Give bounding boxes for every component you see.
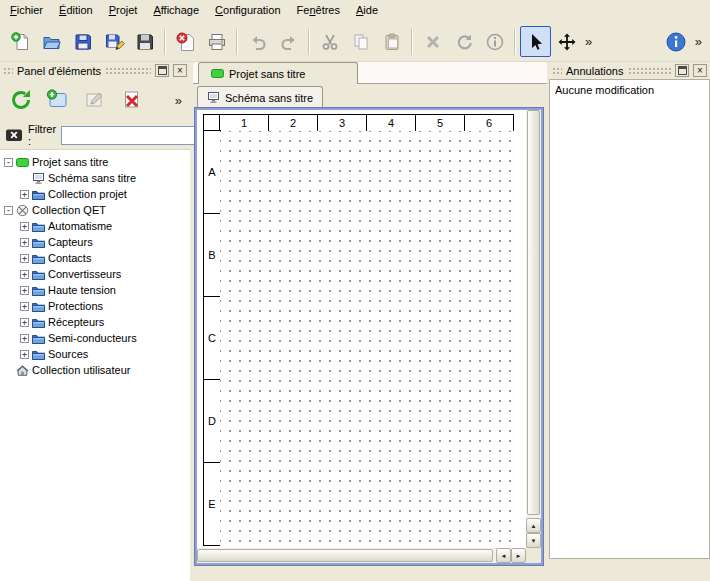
folder-icon xyxy=(32,268,45,281)
cut-button[interactable] xyxy=(314,26,345,57)
dock-drag-handle[interactable] xyxy=(3,67,13,75)
expand-icon[interactable]: + xyxy=(20,238,29,247)
collapse-icon[interactable]: - xyxy=(4,158,13,167)
scroll-right-button[interactable]: ► xyxy=(511,548,526,563)
new-file-button[interactable] xyxy=(5,26,36,57)
column-headers: 123456 xyxy=(220,114,514,132)
scroll-up-button[interactable]: ▲ xyxy=(526,518,541,533)
undo-panel: Annulations × Aucune modification xyxy=(549,62,710,581)
tree-item-label: Automatisme xyxy=(48,220,112,232)
expand-icon[interactable]: + xyxy=(20,270,29,279)
filter-input[interactable] xyxy=(61,126,211,145)
open-file-button[interactable] xyxy=(36,26,67,57)
tree-item[interactable]: +Automatisme xyxy=(0,218,190,234)
expand-icon[interactable]: + xyxy=(20,286,29,295)
expand-icon[interactable]: + xyxy=(20,318,29,327)
clear-filter-icon[interactable] xyxy=(5,126,23,144)
expand-icon[interactable]: + xyxy=(20,190,29,199)
dock-drag-handle[interactable] xyxy=(552,67,562,75)
copy-button[interactable] xyxy=(345,26,376,57)
print-button[interactable] xyxy=(201,26,232,57)
undo-button[interactable] xyxy=(242,26,273,57)
tree-item[interactable]: +Convertisseurs xyxy=(0,266,190,282)
dock-drag-handle[interactable] xyxy=(105,67,151,75)
menu-fenetres[interactable]: Fenêtres xyxy=(289,0,348,22)
scroll-left-button[interactable]: ◄ xyxy=(496,548,511,563)
tree-item[interactable]: Collection utilisateur xyxy=(0,362,190,378)
menu-bar: FichierÉditionProjetAffichageConfigurati… xyxy=(0,0,710,22)
tree-item[interactable]: +Haute tension xyxy=(0,282,190,298)
undo-panel-titlebar[interactable]: Annulations × xyxy=(549,62,710,79)
expand-icon[interactable]: + xyxy=(20,334,29,343)
delete-element-button[interactable] xyxy=(116,85,147,116)
tree-item[interactable]: +Contacts xyxy=(0,250,190,266)
project-tab-label: Projet sans titre xyxy=(229,68,305,80)
row-header: D xyxy=(203,379,221,463)
vertical-scrollbar-thumb[interactable] xyxy=(527,110,540,515)
about-button[interactable] xyxy=(661,26,692,57)
tree-item[interactable]: +Récepteurs xyxy=(0,314,190,330)
information-button[interactable] xyxy=(479,26,510,57)
move-mode-button[interactable] xyxy=(551,26,582,57)
column-header: 1 xyxy=(219,114,269,132)
undo-list[interactable]: Aucune modification xyxy=(549,79,710,559)
horizontal-scrollbar[interactable]: ◄ ► xyxy=(197,548,526,563)
elements-panel-titlebar[interactable]: Panel d'éléments × xyxy=(0,62,190,79)
diagram-canvas[interactable]: 123456 ABCDE xyxy=(197,110,526,548)
dock-close-button[interactable]: × xyxy=(693,64,707,77)
expand-icon[interactable]: + xyxy=(20,350,29,359)
tree-item-label: Projet sans titre xyxy=(32,156,108,168)
toolbar-overflow-button-2[interactable]: » xyxy=(692,34,705,49)
save-all-button[interactable] xyxy=(129,26,160,57)
close-file-button[interactable] xyxy=(170,26,201,57)
collapse-icon[interactable]: - xyxy=(4,206,13,215)
row-headers: ABCDE xyxy=(203,131,221,546)
tree-item[interactable]: +Capteurs xyxy=(0,234,190,250)
save-button[interactable] xyxy=(67,26,98,57)
menu-fichier[interactable]: Fichier xyxy=(2,0,51,22)
tree-item-label: Collection QET xyxy=(32,204,106,216)
dock-drag-handle[interactable] xyxy=(628,67,672,75)
tree-item[interactable]: +Protections xyxy=(0,298,190,314)
reload-collections-button[interactable] xyxy=(5,85,36,116)
menu-affichage[interactable]: Affichage xyxy=(145,0,207,22)
column-header: 2 xyxy=(268,114,318,132)
tree-item[interactable]: +Sources xyxy=(0,346,190,362)
expand-icon[interactable]: + xyxy=(20,222,29,231)
delete-button[interactable] xyxy=(417,26,448,57)
tree-item[interactable]: +Semi-conducteurs xyxy=(0,330,190,346)
vertical-scrollbar[interactable]: ▲ ▼ xyxy=(526,110,541,548)
horizontal-scrollbar-thumb[interactable] xyxy=(197,549,493,562)
column-header: 4 xyxy=(366,114,416,132)
menu-projet[interactable]: Projet xyxy=(101,0,146,22)
rotate-button[interactable] xyxy=(448,26,479,57)
tree-item-label: Schéma sans titre xyxy=(48,172,136,184)
save-as-button[interactable] xyxy=(98,26,129,57)
expand-icon[interactable]: + xyxy=(20,254,29,263)
folder-icon xyxy=(32,220,45,233)
new-element-button[interactable] xyxy=(42,85,73,116)
tree-item-label: Haute tension xyxy=(48,284,116,296)
expand-icon[interactable]: + xyxy=(20,302,29,311)
redo-button[interactable] xyxy=(273,26,304,57)
dock-close-button[interactable]: × xyxy=(173,64,187,77)
tree-item[interactable]: Schéma sans titre xyxy=(0,170,190,186)
dock-float-button[interactable] xyxy=(155,64,169,77)
tree-item[interactable]: -Projet sans titre xyxy=(0,154,190,170)
tree-item[interactable]: +Collection projet xyxy=(0,186,190,202)
toolbar-overflow-button[interactable]: » xyxy=(582,34,595,49)
select-mode-button[interactable] xyxy=(520,26,551,57)
panel-overflow-button[interactable]: » xyxy=(175,93,185,108)
edit-element-button[interactable] xyxy=(79,85,110,116)
project-tab[interactable]: Projet sans titre xyxy=(198,62,358,84)
paste-button[interactable] xyxy=(376,26,407,57)
scroll-down-button[interactable]: ▼ xyxy=(526,533,541,548)
menu-aide[interactable]: Aide xyxy=(348,0,386,22)
collection-project-icon xyxy=(32,188,45,201)
dock-float-button[interactable] xyxy=(675,64,689,77)
schema-tab[interactable]: Schéma sans titre xyxy=(197,86,323,108)
diagram-grid[interactable] xyxy=(220,131,517,548)
tree-item[interactable]: -Collection QET xyxy=(0,202,190,218)
menu-edition[interactable]: Édition xyxy=(51,0,101,22)
menu-configuration[interactable]: Configuration xyxy=(207,0,288,22)
